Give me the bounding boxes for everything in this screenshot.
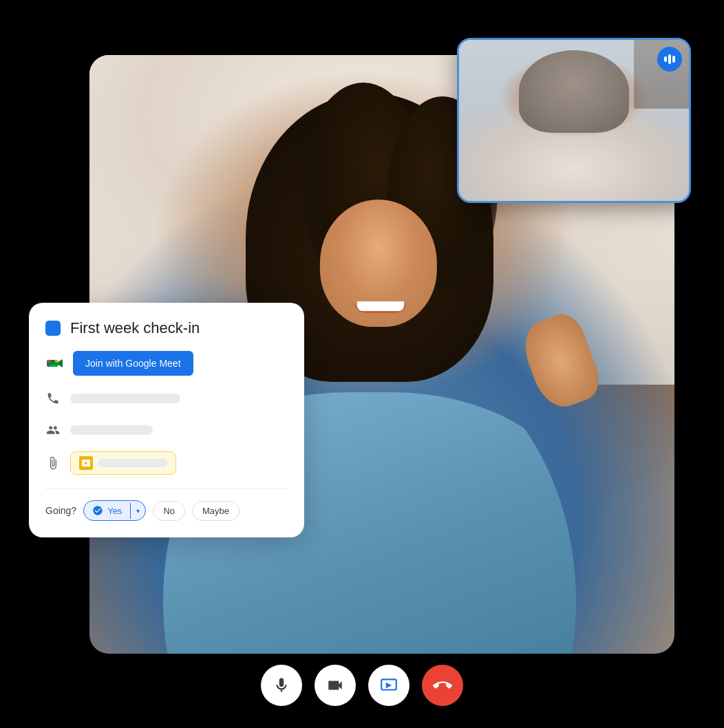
meet-row: Join with Google Meet	[45, 351, 288, 376]
google-meet-icon	[45, 354, 65, 373]
card-phone-row	[45, 388, 288, 409]
end-call-icon	[433, 676, 452, 695]
phone-icon	[45, 391, 61, 406]
controls-bar	[261, 665, 463, 706]
join-meet-button[interactable]: Join with Google Meet	[73, 351, 193, 376]
scene: First week check-in Join with Google Mee…	[0, 0, 724, 728]
event-title: First week check-in	[70, 319, 200, 337]
event-color-dot	[45, 321, 61, 336]
yes-button-group[interactable]: Yes ▾	[83, 500, 146, 521]
going-label: Going?	[45, 505, 76, 516]
end-call-button[interactable]	[422, 665, 463, 706]
pip-video	[457, 38, 691, 203]
no-button[interactable]: No	[153, 501, 185, 521]
yes-dropdown-chevron[interactable]: ▾	[130, 503, 145, 519]
attachment-file[interactable]	[70, 451, 176, 475]
phone-text-placeholder	[70, 394, 180, 403]
card-attachment-row	[45, 451, 288, 475]
people-icon	[45, 422, 61, 438]
present-icon	[380, 676, 398, 694]
yes-selected[interactable]: Yes	[84, 501, 130, 520]
rsvp-yes-icon	[92, 505, 103, 516]
slides-icon	[79, 456, 93, 470]
card-title-row: First week check-in	[45, 319, 288, 337]
pip-audio-indicator	[657, 47, 682, 72]
rsvp-row: Going? Yes ▾ No Maybe	[45, 500, 288, 521]
mic-button[interactable]	[261, 665, 302, 706]
calendar-card: First week check-in Join with Google Mee…	[29, 303, 304, 537]
card-divider	[45, 489, 288, 489]
guests-text-placeholder	[70, 425, 153, 435]
camera-icon	[326, 676, 344, 694]
attachment-icon	[45, 456, 61, 471]
file-name-placeholder	[98, 459, 167, 467]
card-guests-row	[45, 420, 288, 440]
camera-button[interactable]	[315, 665, 356, 706]
maybe-button[interactable]: Maybe	[192, 501, 239, 521]
mic-icon	[273, 676, 290, 694]
present-button[interactable]	[368, 665, 409, 706]
yes-label: Yes	[107, 506, 122, 516]
